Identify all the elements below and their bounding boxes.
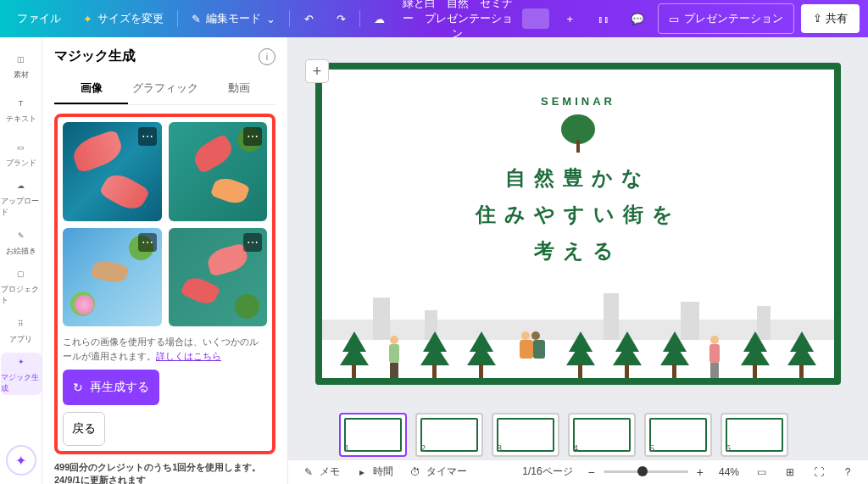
back-button[interactable]: 戻る [63,412,105,446]
rail-brand[interactable]: ▭ブランド [1,132,42,175]
thumbnail-2[interactable]: 2 [415,413,483,457]
rail-upload[interactable]: ☁アップロード [1,176,42,219]
image-more-button[interactable]: ⋯ [243,233,262,252]
canvas-area: SEMINAR 自然豊かな 住みやすい街を 考える [288,37,868,484]
file-menu[interactable]: ファイル [8,6,70,31]
folder-icon: ▢ [13,265,30,282]
slide-thumbnails: + 1 2 3 4 5 6 [288,410,868,459]
analytics-button[interactable]: ⫾⫾ [590,5,617,32]
undo-icon: ↶ [304,13,314,25]
plus-icon: + [567,13,574,25]
view-grid-button[interactable]: ▭ [754,465,768,479]
timer-button[interactable]: ⏱タイマー [409,465,467,479]
text-icon: T [13,95,30,112]
document-title[interactable]: 緑と白 自然 セミナー プレゼンテーション [398,0,517,42]
generated-image-4[interactable]: ⋯ [169,228,268,327]
tab-image[interactable]: 画像 [54,74,128,104]
thumbnail-1[interactable]: 1 [339,413,407,457]
image-more-button[interactable]: ⋯ [138,233,157,252]
cityscape-illustration [322,285,834,378]
redo-icon: ↷ [337,13,346,25]
thumbnail-4[interactable]: 4 [568,413,636,457]
cloud-upload-icon: ☁ [13,177,30,194]
rail-project[interactable]: ▢プロジェクト [1,264,42,307]
disclaimer-text: これらの画像を使用する場合は、いくつかのルールが適用されます。詳しくはこちら [63,335,267,363]
refresh-icon: ↻ [73,381,83,394]
rail-text[interactable]: Tテキスト [1,88,42,131]
slide-canvas[interactable]: SEMINAR 自然豊かな 住みやすい街を 考える [315,63,841,385]
tree-icon [557,114,599,153]
left-rail: ◫素材 Tテキスト ▭ブランド ☁アップロード ✎お絵描き ▢プロジェクト ⠿ア… [0,37,42,484]
tiles-icon: ⊞ [783,465,797,479]
slide-heading: 自然豊かな 住みやすい街を 考える [322,159,834,270]
disclaimer-link[interactable]: 詳しくはこちら [156,351,221,361]
comment-icon: 💬 [631,13,644,25]
notes-icon: ✎ [302,465,315,479]
resize-button[interactable]: ✦サイズを変更 [75,6,172,31]
share-button[interactable]: ⇪ 共有 [801,4,860,33]
rail-elements[interactable]: ◫素材 [1,44,42,86]
user-avatar[interactable] [522,8,549,29]
slide-seminar-label: SEMINAR [322,95,834,108]
clock-icon: ▸ [355,465,369,479]
present-button[interactable]: ▭プレゼンテーション [658,3,794,34]
results-highlight: ⋯ ⋯ ⋯ ⋯ これらの画像を使用する場合は、いくつかのルールが適用されます。詳… [54,114,275,454]
credit-text: 499回分のクレジットのうち1回分を使用します。24/9/1に更新されます [54,461,275,484]
sparkle-plus-icon: ✦ [15,453,26,469]
notes-button[interactable]: ✎メモ [302,465,340,479]
thumbnail-3[interactable]: 3 [492,413,559,457]
help-icon: ? [841,465,854,479]
help-button[interactable]: ? [841,465,854,479]
generated-image-3[interactable]: ⋯ [63,228,162,327]
magic-generate-panel: マジック生成 i 画像 グラフィック 動画 ⋯ ⋯ ⋯ ⋯ これらの画像を使用す… [42,37,288,484]
shapes-icon: ◫ [13,51,30,68]
fullscreen-button[interactable]: ⛶ [812,465,826,479]
chevron-down-icon: ⌄ [266,13,275,25]
presentation-icon: ▭ [669,13,679,25]
tab-graphic[interactable]: グラフィック [128,74,202,104]
panel-title: マジック生成 [54,47,136,65]
sparkle-icon: ✦ [13,353,30,370]
redo-button[interactable]: ↷ [327,5,354,32]
brand-icon: ▭ [13,139,30,156]
zoom-slider[interactable]: − + [588,465,704,479]
page-indicator[interactable]: 1/16ページ [522,465,572,479]
panel-tabs: 画像 グラフィック 動画 [54,74,275,105]
edit-mode-dropdown[interactable]: ✎編集モード⌄ [183,6,284,31]
comment-button[interactable]: 💬 [624,5,651,32]
tab-video[interactable]: 動画 [202,74,275,104]
generated-image-2[interactable]: ⋯ [169,122,268,221]
crown-icon: ✦ [83,13,92,25]
duration-button[interactable]: ▸時間 [355,465,393,479]
generated-images-grid: ⋯ ⋯ ⋯ ⋯ [63,122,267,326]
undo-button[interactable]: ↶ [295,5,322,32]
rail-apps[interactable]: ⠿アプリ [1,309,42,351]
rail-magic[interactable]: ✦マジック生成 [1,353,42,395]
thumbnail-5[interactable]: 5 [644,413,712,457]
view-tiles-button[interactable]: ⊞ [783,465,797,479]
chart-icon: ⫾⫾ [598,13,609,25]
bottom-bar: ✎メモ ▸時間 ⏱タイマー 1/16ページ − + 44% ▭ ⊞ ⛶ ? [288,459,868,484]
image-more-button[interactable]: ⋯ [243,127,262,146]
top-toolbar: ファイル ✦サイズを変更 ✎編集モード⌄ ↶ ↷ ☁ 緑と白 自然 セミナー プ… [0,0,868,37]
zoom-value[interactable]: 44% [719,466,739,478]
draw-icon: ✎ [13,227,30,244]
generated-image-1[interactable]: ⋯ [63,122,162,221]
pencil-icon: ✎ [192,13,201,25]
rail-ai-button[interactable]: ✦ [6,445,36,476]
fullscreen-icon: ⛶ [812,465,826,479]
timer-icon: ⏱ [409,465,422,479]
rail-draw[interactable]: ✎お絵描き [1,220,42,263]
cloud-check-icon: ☁ [374,13,385,25]
add-button[interactable]: + [556,5,583,32]
regenerate-button[interactable]: ↻再生成する [63,370,159,405]
image-more-button[interactable]: ⋯ [138,127,157,146]
info-button[interactable]: i [259,48,275,65]
grid-view-icon: ▭ [754,465,768,479]
upload-icon: ⇪ [813,12,822,25]
apps-icon: ⠿ [13,315,30,332]
cloud-sync-button[interactable]: ☁ [365,5,392,32]
thumbnail-6[interactable]: 6 [721,413,788,457]
